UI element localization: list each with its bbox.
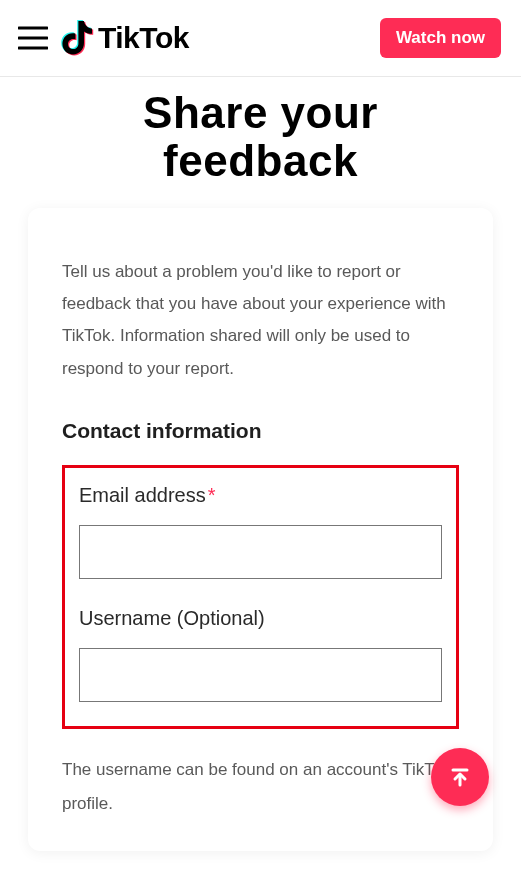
email-label: Email address* bbox=[79, 484, 442, 507]
arrow-up-to-line-icon bbox=[448, 765, 472, 789]
username-label: Username (Optional) bbox=[79, 607, 442, 630]
tiktok-logo[interactable]: TikTok bbox=[60, 19, 189, 57]
header: TikTok Watch now bbox=[0, 0, 521, 77]
scroll-to-top-button[interactable] bbox=[431, 748, 489, 806]
contact-fields-highlight: Email address* Username (Optional) bbox=[62, 465, 459, 729]
tiktok-logo-icon bbox=[60, 19, 94, 57]
watch-now-button[interactable]: Watch now bbox=[380, 18, 501, 58]
page-title: Share your feedback bbox=[0, 77, 521, 208]
required-asterisk: * bbox=[208, 484, 216, 506]
contact-section-title: Contact information bbox=[62, 419, 459, 443]
hamburger-menu-icon[interactable] bbox=[18, 26, 48, 50]
username-field-group: Username (Optional) bbox=[79, 607, 442, 702]
tiktok-logo-text: TikTok bbox=[98, 21, 189, 55]
username-note: The username can be found on an account'… bbox=[62, 753, 459, 821]
email-field-group: Email address* bbox=[79, 484, 442, 579]
header-left: TikTok bbox=[18, 19, 189, 57]
email-label-text: Email address bbox=[79, 484, 206, 506]
intro-text: Tell us about a problem you'd like to re… bbox=[62, 256, 459, 385]
email-input[interactable] bbox=[79, 525, 442, 579]
feedback-card: Tell us about a problem you'd like to re… bbox=[28, 208, 493, 851]
username-input[interactable] bbox=[79, 648, 442, 702]
